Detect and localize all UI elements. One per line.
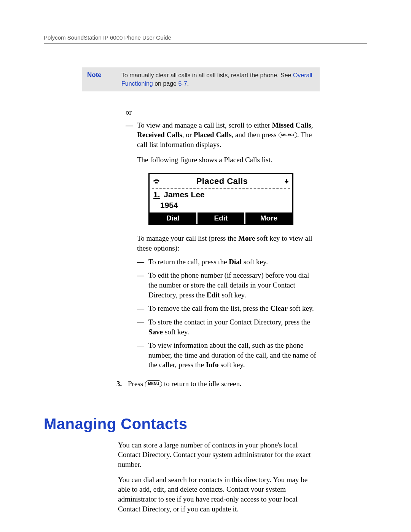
screen-title: Placed Calls xyxy=(160,176,284,187)
list-item: — To remove the call from the list, pres… xyxy=(137,304,320,313)
manage-list: — To return the call, press the Dial sof… xyxy=(137,257,320,370)
p1: To return the call, press the xyxy=(148,258,229,266)
entry-index: 1. xyxy=(153,190,160,199)
call-entry: 1. James Lee 1954 xyxy=(150,189,292,212)
figure-intro: The following figure shows a Placed Call… xyxy=(137,155,320,165)
running-header: Polycom SoundStation IP 6000 Phone User … xyxy=(0,34,411,46)
b: Edit xyxy=(207,291,220,299)
entry-number: 1954 xyxy=(153,200,288,211)
b: Info xyxy=(206,361,219,369)
managing-contacts-body: You can store a large number of contacts… xyxy=(118,440,320,514)
header-rule xyxy=(44,43,367,44)
bold-placed: Placed Calls xyxy=(194,131,232,139)
step-3: 3. Press MENU to return to the idle scre… xyxy=(126,379,320,389)
select-key-icon: SELECT xyxy=(279,132,297,138)
screen-header-row: Placed Calls xyxy=(150,174,292,188)
body-column: or — To view and manage a call list, scr… xyxy=(126,107,320,389)
list-item: — To store the contact in your Contact D… xyxy=(137,317,320,337)
dash-icon: — xyxy=(126,120,137,370)
dash-icon: — xyxy=(137,304,148,313)
mi1: To manage your call list (press the xyxy=(137,234,238,242)
list-item: — To edit the phone number (if necessary… xyxy=(137,270,320,300)
p2: soft key. xyxy=(288,304,314,312)
p2: soft key. xyxy=(163,328,189,336)
heading-managing-contacts: Managing Contacts xyxy=(44,415,411,433)
li-text: To return the call, press the Dial soft … xyxy=(148,257,320,267)
p2: soft key. xyxy=(242,258,268,266)
t2: , xyxy=(311,121,313,129)
dash-icon: — xyxy=(137,257,148,267)
b: Clear xyxy=(271,304,288,312)
s1: Press xyxy=(128,380,145,388)
s2: to return to the idle screen xyxy=(162,380,240,388)
t4: , and then press xyxy=(232,131,279,139)
note-text-1: To manually clear all calls in all call … xyxy=(121,72,293,78)
svg-rect-1 xyxy=(286,179,287,181)
li-text: To remove the call from the list, press … xyxy=(148,304,320,313)
menu-key-icon: MENU xyxy=(145,380,162,387)
bullet-view-manage: — To view and manage a call list, scroll… xyxy=(126,120,320,370)
dash-icon: — xyxy=(137,317,148,337)
li-text: To store the contact in your Contact Dir… xyxy=(148,317,320,337)
note-text: To manually clear all calls in all call … xyxy=(121,71,314,88)
softkey-row: Dial Edit More xyxy=(150,212,292,224)
mc-para-1: You can store a large number of contacts… xyxy=(118,440,320,470)
handset-icon xyxy=(153,178,160,184)
list-item: — To view information about the call, su… xyxy=(137,340,320,370)
manage-intro: To manage your call list (press the More… xyxy=(137,233,320,253)
dash-icon: — xyxy=(137,270,148,300)
list-item: — To return the call, press the Dial sof… xyxy=(137,257,320,267)
note-callout: Note To manually clear all calls in all … xyxy=(82,67,320,91)
softkey-edit: Edit xyxy=(198,212,245,224)
bold-missed: Missed Calls xyxy=(272,121,311,129)
p1: To store the contact in your Contact Dir… xyxy=(148,318,310,326)
s3: . xyxy=(240,380,242,388)
bold-received: Received Calls xyxy=(137,131,182,139)
note-label: Note xyxy=(87,71,121,88)
li-text: To view information about the call, such… xyxy=(148,340,320,370)
down-arrow-icon xyxy=(284,179,289,184)
note-link-page[interactable]: 5-7 xyxy=(178,80,187,87)
b: Dial xyxy=(229,258,242,266)
bullet-text: To view and manage a call list, scroll t… xyxy=(137,120,320,370)
doc-title: Polycom SoundStation IP 6000 Phone User … xyxy=(44,34,367,41)
step-number: 3. xyxy=(116,379,128,389)
p1: To remove the call from the list, press … xyxy=(148,304,271,312)
page: Polycom SoundStation IP 6000 Phone User … xyxy=(0,0,411,532)
note-text-3: . xyxy=(187,80,189,87)
softkey-more: More xyxy=(245,212,292,224)
or-text: or xyxy=(126,107,320,117)
svg-rect-0 xyxy=(155,182,158,184)
bold-more: More xyxy=(238,234,255,242)
li-text: To edit the phone number (if necessary) … xyxy=(148,270,320,300)
p2: soft key. xyxy=(220,291,246,299)
mc-para-2: You can dial and search for contacts in … xyxy=(118,475,320,514)
entry-name: James Lee xyxy=(162,190,205,199)
note-text-2: on page xyxy=(153,80,178,87)
dash-icon: — xyxy=(137,340,148,370)
phone-screen-figure: Placed Calls 1. James Lee 1954 xyxy=(148,173,293,225)
t1: To view and manage a call list, scroll t… xyxy=(137,121,272,129)
softkey-dial: Dial xyxy=(150,212,198,224)
step-text: Press MENU to return to the idle screen. xyxy=(128,379,242,389)
p2: soft key. xyxy=(218,361,245,369)
t3: , or xyxy=(182,131,194,139)
entry-name-row: 1. James Lee xyxy=(153,189,288,200)
b: Save xyxy=(148,328,163,336)
